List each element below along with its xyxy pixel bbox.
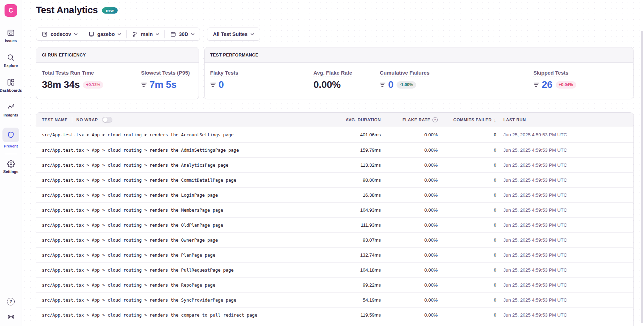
filter-bar: codecov gazebo — [36, 28, 634, 41]
test-name[interactable]: src/App.test.tsx > App > cloud routing >… — [42, 252, 328, 258]
flake-rate-value: 0.00% — [381, 177, 438, 183]
table-row[interactable]: src/App.test.tsx > App > cloud routing >… — [36, 247, 633, 262]
flake-rate-value: 0.00% — [381, 267, 438, 273]
metric-label[interactable]: Avg. Flake Rate — [313, 70, 352, 76]
column-flake-rate[interactable]: FLAKE RATE ? — [381, 117, 438, 122]
funnel-filter-icon — [210, 82, 216, 87]
date-range-filter[interactable]: 30D — [165, 28, 200, 40]
table-row[interactable]: src/App.test.tsx > App > cloud routing >… — [36, 127, 633, 142]
metric-value[interactable]: 26 — [542, 79, 553, 90]
branch-filter[interactable]: main — [127, 28, 164, 40]
metric-value[interactable]: 0 — [219, 79, 224, 90]
sidebar-item-settings[interactable]: Settings — [3, 160, 18, 174]
test-performance-panel: TEST PERFORMANCE Flaky Tests 0 Avg. Flak… — [204, 47, 634, 99]
chevron-down-icon — [156, 33, 159, 36]
column-commits-failed[interactable]: COMMITS FAILED ↓ — [438, 117, 496, 123]
sidebar-item-label: Dashboards — [0, 88, 22, 92]
last-run-value: Jun 25, 2025 4:59:53 PM UTC — [496, 192, 628, 198]
repo-filter[interactable]: gazebo — [83, 28, 126, 40]
test-name[interactable]: src/App.test.tsx > App > cloud routing >… — [42, 162, 328, 168]
flake-rate-value: 0.00% — [381, 282, 438, 288]
test-name[interactable]: src/App.test.tsx > App > cloud routing >… — [42, 282, 328, 288]
avg-duration-value: 54.19ms — [328, 297, 381, 303]
org-filter[interactable]: codecov — [36, 28, 83, 40]
new-badge: new — [102, 7, 117, 14]
metric-label[interactable]: Flaky Tests — [210, 70, 238, 76]
sidebar-item-explore[interactable]: Explore — [4, 53, 18, 68]
metric: Cumulative Failures 0 -1.00% — [380, 70, 533, 90]
table-header-row: TEST NAME NO WRAP AVG. DURATION FLAKE RA… — [36, 113, 633, 127]
metric-label[interactable]: Skipped Tests — [533, 70, 569, 76]
broadcast-icon[interactable] — [7, 312, 15, 321]
table-row[interactable]: src/App.test.tsx > App > cloud routing >… — [36, 262, 633, 277]
test-name[interactable]: src/App.test.tsx > App > cloud routing >… — [42, 237, 328, 243]
sidebar-item-issues[interactable]: Issues — [5, 29, 17, 43]
test-name[interactable]: src/App.test.tsx > App > cloud routing >… — [42, 267, 328, 273]
table-row[interactable]: src/App.test.tsx > App > cloud routing >… — [36, 277, 633, 292]
metric-label[interactable]: Slowest Tests (P95) — [141, 70, 190, 76]
metric-value[interactable]: 38m 34s — [42, 79, 80, 90]
test-name[interactable]: src/App.test.tsx > App > cloud routing >… — [42, 207, 328, 213]
metric-delta-badge: +0.12% — [83, 81, 103, 89]
test-name[interactable]: src/App.test.tsx > App > cloud routing >… — [42, 132, 328, 137]
table-row[interactable]: src/App.test.tsx > App > cloud routing >… — [36, 172, 633, 187]
info-icon[interactable]: ? — [432, 117, 438, 122]
ci-run-efficiency-panel: CI RUN EFFICIENCY Total Tests Run Time 3… — [36, 47, 199, 99]
funnel-filter-icon — [380, 82, 386, 87]
avg-duration-value: 159.79ms — [328, 147, 381, 153]
chevron-down-icon — [74, 33, 77, 36]
test-name[interactable]: src/App.test.tsx > App > cloud routing >… — [42, 297, 328, 303]
metric: Avg. Flake Rate 0.00% — [313, 70, 380, 90]
test-name[interactable]: src/App.test.tsx > App > cloud routing >… — [42, 222, 328, 228]
avg-duration-value: 16.38ms — [328, 192, 381, 198]
test-suites-filter[interactable]: All Test Suites — [207, 28, 260, 41]
table-row[interactable]: src/App.test.tsx > App > cloud routing >… — [36, 142, 633, 157]
metric-value[interactable]: 7m 5s — [149, 79, 177, 90]
avg-duration-value: 98.80ms — [328, 177, 381, 183]
summary-panels: CI RUN EFFICIENCY Total Tests Run Time 3… — [36, 47, 634, 99]
commits-failed-value: 0 — [438, 267, 496, 273]
org-logo[interactable]: C — [5, 4, 17, 17]
chevron-down-icon — [191, 33, 194, 36]
last-run-value: Jun 25, 2025 4:59:53 PM UTC — [496, 237, 628, 243]
table-row[interactable]: src/App.test.tsx > App > cloud routing >… — [36, 217, 633, 232]
metric-label[interactable]: Cumulative Failures — [380, 70, 430, 76]
sidebar-item-label: Explore — [4, 63, 18, 68]
help-icon[interactable]: ? — [7, 298, 15, 305]
metric-label[interactable]: Total Tests Run Time — [42, 70, 94, 76]
no-wrap-toggle[interactable] — [102, 117, 112, 123]
commits-failed-value: 0 — [438, 237, 496, 243]
table-row[interactable]: src/App.test.tsx > App > cloud routing >… — [36, 157, 633, 172]
avg-duration-value: 113.32ms — [328, 162, 381, 168]
table-row[interactable]: src/App.test.tsx > App > cloud routing >… — [36, 202, 633, 217]
table-row[interactable]: src/App.test.tsx > App > cloud routing >… — [36, 307, 633, 322]
metric-value[interactable]: 0.00% — [313, 79, 341, 90]
table-row[interactable]: src/App.test.tsx > App > cloud routing >… — [36, 187, 633, 202]
column-avg-duration[interactable]: AVG. DURATION — [328, 117, 381, 122]
sidebar-item-insights[interactable]: Insights — [3, 103, 18, 117]
metric: Slowest Tests (P95) 7m 5s — [141, 70, 193, 90]
sidebar-item-dashboards[interactable]: Dashboards — [0, 78, 22, 92]
table-row[interactable]: src/App.test.tsx > App > cloud routing >… — [36, 232, 633, 247]
test-name[interactable]: src/App.test.tsx > App > cloud routing >… — [42, 177, 328, 183]
metric-value[interactable]: 0 — [388, 79, 393, 90]
column-test-name[interactable]: TEST NAME — [42, 117, 68, 122]
metric: Total Tests Run Time 38m 34s +0.12% — [42, 70, 141, 90]
flake-rate-value: 0.00% — [381, 237, 438, 243]
tests-table: TEST NAME NO WRAP AVG. DURATION FLAKE RA… — [36, 112, 634, 326]
column-last-run[interactable]: LAST RUN — [496, 117, 628, 122]
no-wrap-label: NO WRAP — [76, 117, 98, 122]
sidebar-item-prevent[interactable]: Prevent — [2, 128, 19, 148]
last-run-value: Jun 25, 2025 4:59:53 PM UTC — [496, 177, 628, 183]
test-name[interactable]: src/App.test.tsx > App > cloud routing >… — [42, 147, 328, 153]
avg-duration-value: 99.22ms — [328, 282, 381, 288]
last-run-value: Jun 25, 2025 4:59:53 PM UTC — [496, 147, 628, 153]
vertical-scrollbar[interactable] — [641, 31, 643, 323]
prevent-active-tile — [2, 128, 19, 142]
last-run-value: Jun 25, 2025 4:59:53 PM UTC — [496, 252, 628, 258]
test-name[interactable]: src/App.test.tsx > App > cloud routing >… — [42, 312, 328, 318]
table-row[interactable]: src/App.test.tsx > App > cloud routing >… — [36, 292, 633, 307]
date-range-value: 30D — [179, 31, 188, 37]
sidebar: C Issues Explore — [0, 0, 22, 326]
test-name[interactable]: src/App.test.tsx > App > cloud routing >… — [42, 192, 328, 198]
